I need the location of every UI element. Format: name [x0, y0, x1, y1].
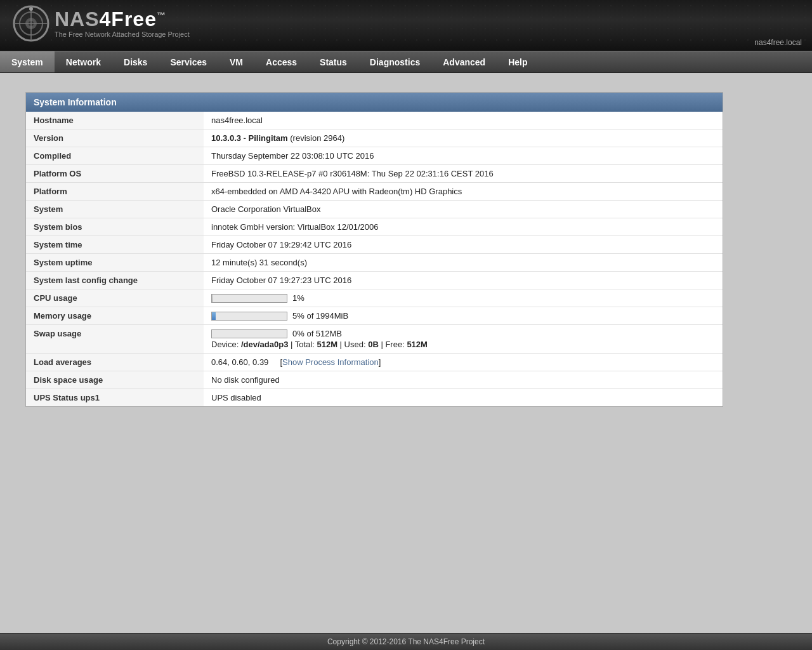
nav-network[interactable]: Network: [55, 51, 112, 72]
hostname-display: nas4free.local: [754, 38, 802, 47]
cpu-progress-bar-outer: [211, 294, 287, 303]
table-row: System Oracle Corporation VirtualBox: [26, 201, 723, 218]
logo-icon: [13, 5, 49, 42]
row-label: System bios: [26, 218, 204, 236]
system-info-container: System Information Hostname nas4free.loc…: [25, 92, 723, 407]
nav-diagnostics[interactable]: Diagnostics: [358, 51, 431, 72]
row-value: FreeBSD 10.3-RELEASE-p7 #0 r306148M: Thu…: [204, 165, 723, 183]
logo-title: NAS4Free™: [55, 9, 190, 29]
nav-services[interactable]: Services: [159, 51, 218, 72]
table-row: Version 10.3.0.3 - Pilingitam (revision …: [26, 129, 723, 147]
logo-text: NAS4Free™ The Free Network Attached Stor…: [55, 9, 190, 38]
nav-vm[interactable]: VM: [218, 51, 254, 72]
row-value: Thursday September 22 03:08:10 UTC 2016: [204, 147, 723, 165]
logo-subtitle: The Free Network Attached Storage Projec…: [55, 30, 190, 38]
table-row: UPS Status ups1 UPS disabled: [26, 389, 723, 407]
row-label: System: [26, 201, 204, 218]
table-row: Compiled Thursday September 22 03:08:10 …: [26, 147, 723, 165]
row-label: Load averages: [26, 354, 204, 371]
load-averages-value: 0.64, 0.60, 0.39: [211, 357, 268, 367]
logo-nas: NAS: [55, 8, 100, 30]
system-info-table: Hostname nas4free.local Version 10.3.0.3…: [26, 112, 723, 406]
row-label: Swap usage: [26, 325, 204, 354]
row-label: System time: [26, 236, 204, 254]
cpu-usage-value: 1%: [292, 293, 304, 303]
row-label: Compiled: [26, 147, 204, 165]
row-value: No disk configured: [204, 371, 723, 389]
table-row: Disk space usage No disk configured: [26, 371, 723, 389]
table-row: Hostname nas4free.local: [26, 112, 723, 129]
table-row: System time Friday October 07 19:29:42 U…: [26, 236, 723, 254]
header: NAS4Free™ The Free Network Attached Stor…: [0, 0, 812, 51]
row-value: Friday October 07 19:29:42 UTC 2016: [204, 236, 723, 254]
navbar: System Network Disks Services VM Access …: [0, 51, 812, 73]
memory-progress-bar-outer: [211, 312, 287, 321]
row-value: 0% of 512MB Device: /dev/ada0p3 | Total:…: [204, 325, 723, 354]
show-process-info-link[interactable]: Show Process Information: [282, 357, 379, 367]
memory-progress-bar-inner: [212, 312, 216, 320]
footer: Copyright © 2012-2016 The NAS4Free Proje…: [0, 633, 812, 650]
swap-extra-info: Device: /dev/ada0p3 | Total: 512M | Used…: [211, 340, 715, 349]
nav-help[interactable]: Help: [497, 51, 539, 72]
table-row: Load averages 0.64, 0.60, 0.39 [Show Pro…: [26, 354, 723, 371]
swap-usage-value: 0% of 512MB: [292, 329, 342, 338]
table-row: System last config change Friday October…: [26, 272, 723, 289]
nav-disks[interactable]: Disks: [112, 51, 159, 72]
memory-usage-value: 5% of 1994MiB: [292, 311, 348, 321]
table-row: CPU usage 1%: [26, 289, 723, 307]
row-label: CPU usage: [26, 289, 204, 307]
row-value: nas4free.local: [204, 112, 723, 129]
row-value: 10.3.0.3 - Pilingitam (revision 2964): [204, 129, 723, 147]
logo-area: NAS4Free™ The Free Network Attached Stor…: [0, 0, 202, 47]
table-row: Memory usage 5% of 1994MiB: [26, 307, 723, 325]
nav-system[interactable]: System: [0, 51, 55, 72]
table-row: Swap usage 0% of 512MB Device: /dev/ada0…: [26, 325, 723, 354]
nav-access[interactable]: Access: [254, 51, 308, 72]
logo-four: 4Free: [100, 8, 157, 30]
footer-text: Copyright © 2012-2016 The NAS4Free Proje…: [327, 637, 485, 646]
table-row: System uptime 12 minute(s) 31 second(s): [26, 254, 723, 272]
row-value: innotek GmbH version: VirtualBox 12/01/2…: [204, 218, 723, 236]
svg-point-6: [29, 7, 33, 11]
table-row: Platform OS FreeBSD 10.3-RELEASE-p7 #0 r…: [26, 165, 723, 183]
row-value: 1%: [204, 289, 723, 307]
row-label: Platform OS: [26, 165, 204, 183]
content: System Information Hostname nas4free.loc…: [0, 73, 812, 426]
swap-progress-bar-outer: [211, 329, 287, 338]
cpu-usage-container: 1%: [211, 293, 715, 303]
row-label: Disk space usage: [26, 371, 204, 389]
row-value: UPS disabled: [204, 389, 723, 407]
row-value: Oracle Corporation VirtualBox: [204, 201, 723, 218]
row-label: System last config change: [26, 272, 204, 289]
row-label: Platform: [26, 183, 204, 201]
row-value: 12 minute(s) 31 second(s): [204, 254, 723, 272]
row-label: Memory usage: [26, 307, 204, 325]
table-row: Platform x64-embedded on AMD A4-3420 APU…: [26, 183, 723, 201]
system-info-header: System Information: [26, 93, 723, 112]
row-value: 0.64, 0.60, 0.39 [Show Process Informati…: [204, 354, 723, 371]
row-label: System uptime: [26, 254, 204, 272]
swap-usage-container: 0% of 512MB: [211, 329, 715, 338]
row-value: 5% of 1994MiB: [204, 307, 723, 325]
nav-advanced[interactable]: Advanced: [431, 51, 497, 72]
cpu-progress-bar-inner: [212, 295, 213, 302]
row-label: Hostname: [26, 112, 204, 129]
row-label: Version: [26, 129, 204, 147]
table-row: System bios innotek GmbH version: Virtua…: [26, 218, 723, 236]
row-label: UPS Status ups1: [26, 389, 204, 407]
memory-usage-container: 5% of 1994MiB: [211, 311, 715, 321]
row-value: Friday October 07 19:27:23 UTC 2016: [204, 272, 723, 289]
nav-status[interactable]: Status: [308, 51, 358, 72]
row-value: x64-embedded on AMD A4-3420 APU with Rad…: [204, 183, 723, 201]
